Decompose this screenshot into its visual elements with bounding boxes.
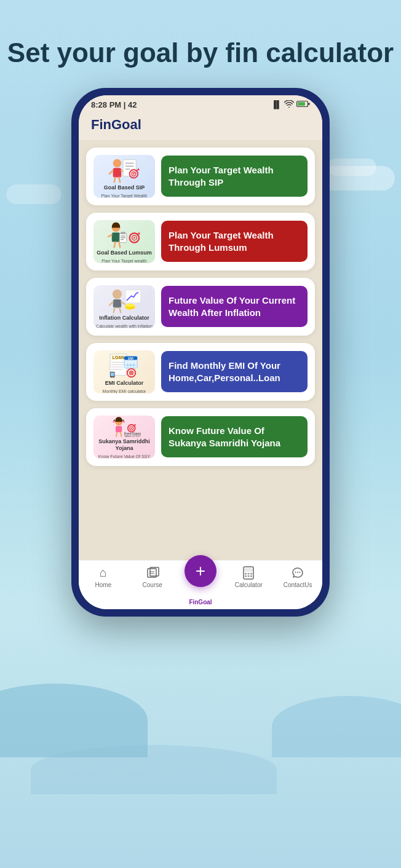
svg-point-41 — [125, 304, 135, 307]
lumsum-card[interactable]: Goal Based Lumsum Plan Your Target wealt… — [86, 213, 315, 270]
nav-course-label: Course — [143, 582, 162, 588]
emi-svg: LOAN EMI — [106, 350, 143, 379]
svg-point-58 — [130, 372, 132, 374]
svg-line-7 — [119, 177, 120, 182]
emi-label: EMI Calculator — [104, 379, 145, 388]
svg-line-19 — [108, 235, 112, 237]
nav-fingoal-center[interactable]: + — [185, 555, 216, 587]
inflation-sublabel: Calculate wealth with inflation — [95, 324, 154, 328]
svg-point-32 — [113, 290, 122, 299]
svg-line-67 — [121, 433, 121, 436]
svg-rect-81 — [245, 573, 247, 575]
svg-rect-33 — [113, 299, 121, 307]
svg-rect-21 — [121, 232, 125, 234]
cards-container[interactable]: Goal Based SIP Plan Your Target Wealth P… — [79, 140, 322, 560]
svg-line-37 — [119, 307, 121, 312]
svg-marker-29 — [138, 232, 140, 234]
home-icon: ⌂ — [96, 566, 111, 580]
lumsum-sublabel: Plan Your Target wealth — [100, 259, 148, 263]
lumsum-illustration: Goal Based Lumsum Plan Your Target wealt… — [93, 220, 155, 263]
svg-rect-3 — [113, 168, 121, 177]
svg-rect-86 — [250, 575, 252, 577]
sukanya-button[interactable]: Know Future Value Of Sukanya Samridhi Yo… — [161, 416, 308, 457]
nav-course[interactable]: Course — [135, 566, 169, 588]
svg-rect-18 — [112, 232, 120, 242]
svg-point-70 — [131, 427, 132, 428]
wifi-icon — [284, 100, 294, 109]
inflation-label: Inflation Calculator — [98, 314, 151, 323]
svg-line-36 — [114, 307, 115, 312]
app-title: FinGoal — [91, 117, 141, 132]
sukanya-svg: Know Future Value Of SSY — [106, 416, 143, 437]
contact-icon — [290, 566, 305, 580]
svg-rect-65 — [116, 426, 122, 432]
svg-rect-60 — [111, 373, 114, 376]
svg-rect-1 — [298, 102, 305, 106]
inflation-button[interactable]: Future Value Of Your Current Wealth Afte… — [161, 286, 308, 327]
svg-point-14 — [133, 173, 135, 175]
lumsum-svg — [106, 220, 143, 248]
nav-contactus[interactable]: ContactUs — [281, 566, 315, 588]
svg-line-34 — [109, 302, 113, 306]
emi-sublabel: Monthly EMI calculator — [101, 389, 148, 393]
sip-illustration: Goal Based SIP Plan Your Target Wealth — [93, 155, 155, 198]
header-title: Set your goal by fin calculator — [7, 37, 394, 69]
calculator-icon — [241, 566, 256, 580]
svg-text:EMI: EMI — [128, 357, 133, 360]
sip-svg — [106, 155, 143, 183]
sukanya-sublabel: Know Future Value Of SSY — [97, 454, 151, 459]
sukanya-card[interactable]: Know Future Value Of SSY Sukanya Samridd… — [86, 408, 315, 466]
svg-point-63 — [113, 421, 115, 423]
plus-icon: + — [196, 562, 205, 580]
svg-rect-80 — [245, 569, 252, 571]
header-section: Set your goal by fin calculator — [7, 37, 394, 69]
nav-fingoal-label: FinGoal — [189, 599, 212, 606]
signal-icon: ▐▌ — [271, 100, 282, 109]
svg-marker-72 — [134, 424, 136, 425]
inflation-illustration: Inflation Calculator Calculate wealth wi… — [93, 285, 155, 328]
nav-home-label: Home — [95, 582, 112, 588]
phone-mockup: 8:28 PM | 42 ▐▌ — [71, 88, 330, 617]
sip-sublabel: Plan Your Target Wealth — [100, 194, 149, 198]
battery-icon — [296, 100, 310, 109]
phone-screen: 8:28 PM | 42 ▐▌ — [79, 95, 322, 609]
sip-card[interactable]: Goal Based SIP Plan Your Target Wealth P… — [86, 148, 315, 205]
sip-button[interactable]: Plan Your Target Wealth Through SIP — [161, 156, 308, 197]
sukanya-illustration: Know Future Value Of SSY Sukanya Samridd… — [93, 416, 155, 459]
svg-line-30 — [114, 242, 116, 247]
inflation-card[interactable]: Inflation Calculator Calculate wealth wi… — [86, 278, 315, 336]
svg-point-61 — [112, 376, 113, 377]
svg-line-6 — [114, 177, 116, 182]
status-icons: ▐▌ — [271, 100, 310, 109]
svg-point-27 — [133, 237, 135, 239]
inflation-svg — [106, 285, 143, 314]
nav-contactus-label: ContactUs — [284, 582, 312, 588]
svg-line-31 — [119, 242, 120, 247]
emi-card[interactable]: LOAN EMI — [86, 343, 315, 401]
svg-point-64 — [123, 421, 125, 423]
emi-button[interactable]: Find Monthly EMI Of Your Home,Car,Person… — [161, 351, 308, 392]
svg-rect-82 — [248, 573, 250, 575]
status-time: 8:28 PM | 42 — [91, 100, 137, 109]
app-header: FinGoal — [79, 112, 322, 140]
svg-rect-83 — [250, 573, 252, 575]
svg-rect-84 — [245, 575, 247, 577]
svg-line-66 — [116, 433, 117, 436]
svg-line-35 — [121, 302, 125, 304]
lumsum-label: Goal Based Lumsum — [95, 248, 153, 258]
sukanya-label: Sukanya Samriddhi Yojana — [93, 437, 155, 453]
svg-marker-16 — [137, 168, 140, 170]
bottom-navigation: ⌂ Home Course + — [79, 560, 322, 596]
emi-illustration: LOAN EMI — [93, 350, 155, 393]
nav-calculator-label: Calculator — [235, 582, 263, 588]
phone-outer-frame: 8:28 PM | 42 ▐▌ — [71, 88, 330, 617]
svg-line-4 — [109, 170, 113, 174]
svg-text:LOAN: LOAN — [113, 355, 124, 360]
nav-calculator[interactable]: Calculator — [232, 566, 266, 588]
course-icon — [145, 566, 160, 580]
lumsum-button[interactable]: Plan Your Target Wealth Through Lumsum — [161, 221, 308, 262]
status-bar: 8:28 PM | 42 ▐▌ — [79, 95, 322, 112]
svg-point-2 — [113, 159, 121, 167]
nav-home[interactable]: ⌂ Home — [86, 566, 120, 588]
svg-rect-85 — [248, 575, 250, 577]
